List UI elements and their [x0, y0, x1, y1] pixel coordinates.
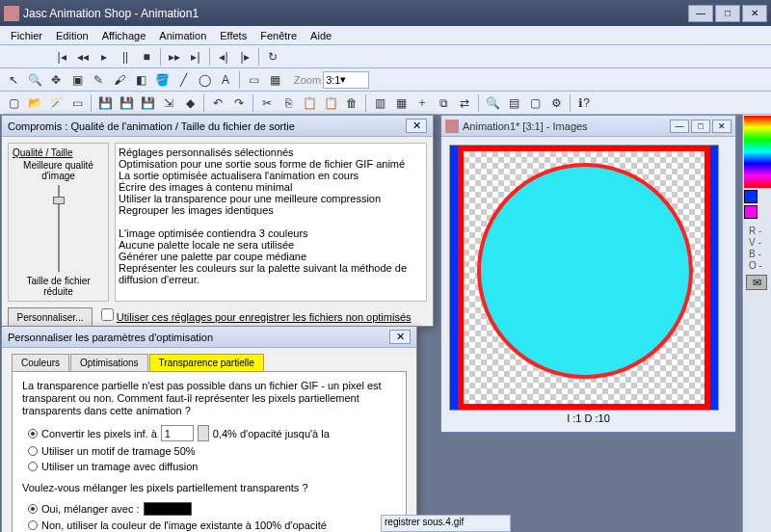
picker-tool-button[interactable]: ✎ — [89, 70, 108, 90]
export-button[interactable]: ⇲ — [159, 93, 178, 113]
line-tool-button[interactable]: ╱ — [173, 70, 193, 90]
props-button[interactable]: ▥ — [370, 93, 389, 113]
radio-dither50[interactable]: Utiliser un motif de tramage 50% — [28, 445, 396, 457]
blend-question: Voulez-vous mélanger les pixels partiell… — [22, 482, 396, 494]
new-button[interactable]: ▢ — [4, 93, 23, 113]
dlg1-close-button[interactable]: ✕ — [406, 119, 427, 133]
first-frame-button[interactable]: |◂ — [52, 47, 71, 66]
quality-slider[interactable] — [52, 185, 66, 272]
status-fragment: registrer sous.4.gif — [381, 515, 511, 532]
menu-edition[interactable]: Edition — [49, 28, 95, 43]
view-anim-button[interactable]: 🔍 — [483, 93, 502, 113]
compromise-dialog: Compromis : Qualité de l'animation / Tai… — [1, 115, 434, 327]
step-fwd-button[interactable]: |▸ — [235, 47, 254, 66]
menu-fichier[interactable]: Fichier — [4, 28, 49, 43]
child-min-button[interactable]: — — [670, 120, 689, 133]
mail-icon[interactable]: ✉ — [746, 275, 767, 290]
minimize-button[interactable]: — — [688, 5, 713, 22]
dlg2-close-button[interactable]: ✕ — [389, 330, 411, 344]
child-close-button[interactable]: ✕ — [712, 120, 731, 133]
arrow-tool-button[interactable]: ↖ — [4, 70, 23, 90]
zoom-tool-button[interactable]: 🔍 — [25, 70, 44, 90]
foreground-swatch[interactable] — [744, 190, 758, 203]
child-max-button[interactable]: □ — [691, 120, 710, 133]
undo-button[interactable]: ↶ — [208, 93, 227, 113]
loop-button[interactable]: ↻ — [263, 47, 282, 66]
menu-effets[interactable]: Effets — [213, 28, 253, 43]
step-back-button[interactable]: ◂| — [214, 47, 233, 66]
view-single-button[interactable]: ▢ — [525, 93, 545, 113]
select-all-button[interactable]: ▦ — [265, 70, 284, 90]
prev-frame-button[interactable]: ◂◂ — [73, 47, 93, 66]
pause-button[interactable]: || — [116, 47, 135, 66]
cut-button[interactable]: ✂ — [257, 93, 277, 113]
saveall-button[interactable]: 💾 — [138, 93, 157, 113]
last-frame-button[interactable]: ▸| — [186, 47, 205, 66]
menu-fenetre[interactable]: Fenêtre — [253, 28, 304, 43]
tab-transparence[interactable]: Transparence partielle — [149, 354, 264, 371]
radio-blend-no[interactable]: Non, utiliser la couleur de l'image exis… — [28, 519, 396, 531]
wizard-button[interactable]: 🪄 — [46, 93, 66, 113]
dup-frame-button[interactable]: ⧉ — [434, 93, 453, 113]
select-rect-button[interactable]: ▭ — [244, 70, 263, 90]
radio-icon — [28, 429, 38, 439]
delete-button[interactable]: 🗑 — [342, 93, 361, 113]
dlg2-titlebar[interactable]: Personnaliser les paramètres d'optimisat… — [2, 327, 416, 348]
save-settings-checkbox[interactable]: Utiliser ces réglages pour enregistrer l… — [101, 312, 411, 323]
radio-blend-yes[interactable]: Oui, mélanger avec : — [28, 502, 396, 516]
redo-button[interactable]: ↷ — [229, 93, 249, 113]
tab-couleurs[interactable]: Couleurs — [12, 354, 69, 371]
maximize-button[interactable]: □ — [715, 5, 740, 22]
radio-convert[interactable]: Convertir les pixels inf. à 1 0,4% d'opa… — [28, 425, 396, 441]
shape-tool-button[interactable]: ◯ — [195, 70, 214, 90]
paste-button[interactable]: 📋 — [300, 93, 319, 113]
view-frames-button[interactable]: ▤ — [504, 93, 523, 113]
reverse-button[interactable]: ⇄ — [455, 93, 474, 113]
stop-button[interactable]: ■ — [137, 47, 156, 66]
brush-tool-button[interactable]: 🖌 — [110, 70, 129, 90]
dlg1-titlebar[interactable]: Compromis : Qualité de l'animation / Tai… — [2, 116, 433, 137]
threshold-spinner[interactable]: 1 — [161, 425, 194, 441]
zoom-combo[interactable]: 3:1▾ — [323, 71, 369, 89]
frame-props-button[interactable]: ▦ — [391, 93, 411, 113]
app-titlebar: Jasc Animation Shop - Animation1 — □ ✕ — [0, 0, 771, 26]
animation-canvas[interactable] — [449, 145, 719, 411]
quality-slider-box: Qualité / Taille Meilleure qualité d'ima… — [8, 143, 109, 302]
radio-diffusion[interactable]: Utiliser un tramage avec diffusion — [28, 461, 396, 472]
background-swatch[interactable] — [744, 205, 758, 219]
paste-into-button[interactable]: 📋 — [321, 93, 340, 113]
menu-affichage[interactable]: Affichage — [95, 28, 153, 43]
move-tool-button[interactable]: ✥ — [46, 70, 66, 90]
play-button[interactable]: ▸ — [94, 47, 114, 66]
text-tool-button[interactable]: A — [216, 70, 235, 90]
child-title: Animation1* [3:1] - Images — [463, 120, 668, 132]
banner-button[interactable]: ▭ — [67, 93, 87, 113]
menu-aide[interactable]: Aide — [304, 28, 338, 43]
customize-button[interactable]: Personnaliser... — [8, 307, 93, 327]
color-gradient-picker[interactable] — [744, 116, 771, 188]
open-button[interactable]: 📂 — [25, 93, 44, 113]
tab-strip: Couleurs Optimisations Transparence part… — [12, 354, 416, 371]
tab-optimisations[interactable]: Optimisations — [70, 354, 148, 371]
optimize-button[interactable]: ⚙ — [546, 93, 566, 113]
help-button[interactable]: ℹ? — [574, 93, 594, 113]
saveas-button[interactable]: 💾 — [117, 93, 136, 113]
fill-tool-button[interactable]: 🪣 — [152, 70, 172, 90]
next-frame-button[interactable]: ▸▸ — [165, 47, 184, 66]
save-button[interactable]: 💾 — [95, 93, 115, 113]
spinner-buttons[interactable] — [198, 425, 209, 441]
summary-textbox: Réglages personnalisés sélectionnés Opti… — [115, 143, 427, 302]
copy-button[interactable]: ⎘ — [279, 93, 298, 113]
child-titlebar[interactable]: Animation1* [3:1] - Images — □ ✕ — [441, 116, 735, 137]
intro-text: La transparence partielle n'est pas poss… — [22, 380, 396, 417]
close-button[interactable]: ✕ — [742, 5, 767, 22]
menu-bar: Fichier Edition Affichage Animation Effe… — [0, 26, 771, 45]
blend-color-swatch[interactable] — [144, 502, 192, 516]
customize-dialog: Personnaliser les paramètres d'optimisat… — [1, 326, 417, 532]
eraser-tool-button[interactable]: ◧ — [131, 70, 150, 90]
menu-animation[interactable]: Animation — [152, 28, 213, 43]
launch-psp-button[interactable]: ◆ — [180, 93, 199, 113]
add-frame-button[interactable]: ＋ — [412, 93, 432, 113]
animation-window: Animation1* [3:1] - Images — □ ✕ I :1 D … — [440, 115, 736, 433]
crop-tool-button[interactable]: ▣ — [67, 70, 87, 90]
